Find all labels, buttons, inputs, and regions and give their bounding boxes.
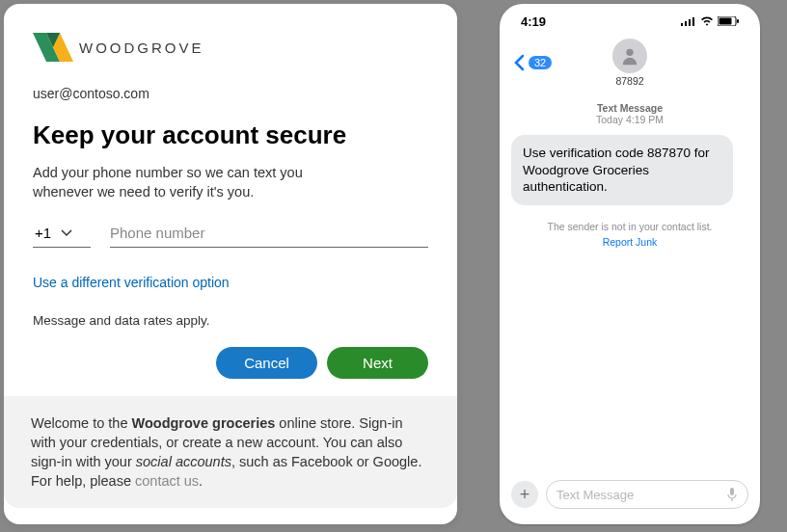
contact-us-link[interactable]: contact us xyxy=(135,473,199,489)
mic-icon xyxy=(726,487,738,502)
compose-input[interactable]: Text Message xyxy=(546,480,748,509)
phone-row: +1 xyxy=(33,223,428,248)
brand-name: Woodgrove groceries xyxy=(132,415,276,431)
page-title: Keep your account secure xyxy=(33,120,428,150)
svg-rect-3 xyxy=(681,23,683,26)
report-junk-link[interactable]: Report Junk xyxy=(511,236,748,248)
next-button[interactable]: Next xyxy=(327,347,428,379)
svg-rect-8 xyxy=(719,18,732,25)
signal-icon xyxy=(681,16,696,26)
chevron-left-icon xyxy=(513,54,527,71)
add-attachment-button[interactable]: + xyxy=(511,481,538,508)
chevron-down-icon xyxy=(61,227,72,239)
timestamp: Text Message Today 4:19 PM xyxy=(511,102,748,125)
sms-bubble: Use verification code 887870 for Woodgro… xyxy=(511,135,733,205)
logo: WOODGROVE xyxy=(33,33,428,62)
country-code-value: +1 xyxy=(35,225,51,241)
compose-placeholder: Text Message xyxy=(556,488,634,502)
messages-nav: 32 87892 xyxy=(500,39,760,87)
wifi-icon xyxy=(700,16,714,26)
rates-notice: Message and data rates apply. xyxy=(33,313,428,328)
social-accounts-text: social accounts xyxy=(136,454,231,469)
svg-rect-6 xyxy=(692,17,694,26)
svg-rect-4 xyxy=(685,21,687,26)
avatar xyxy=(612,39,647,73)
status-time: 4:19 xyxy=(521,14,546,29)
svg-rect-5 xyxy=(689,19,691,26)
svg-point-10 xyxy=(626,49,633,56)
sender-name: 87892 xyxy=(615,75,643,87)
description: Add your phone number so we can text you… xyxy=(33,164,341,201)
logo-text: WOODGROVE xyxy=(79,40,204,56)
cancel-button[interactable]: Cancel xyxy=(216,347,317,379)
phone-input[interactable] xyxy=(110,223,428,248)
status-bar: 4:19 xyxy=(500,4,760,39)
unread-badge: 32 xyxy=(529,56,552,69)
button-row: Cancel Next xyxy=(33,347,428,379)
svg-rect-11 xyxy=(730,488,734,495)
phone-mock: 4:19 32 87892 Text Message Today xyxy=(500,4,760,524)
battery-icon xyxy=(718,16,739,26)
svg-rect-9 xyxy=(737,19,739,23)
person-icon xyxy=(619,45,640,66)
woodgrove-logo-icon xyxy=(33,33,73,62)
contact-notice: The sender is not in your contact list. xyxy=(511,221,748,232)
back-button[interactable]: 32 xyxy=(513,54,552,71)
alt-verification-link[interactable]: Use a different verification option xyxy=(33,275,428,290)
signup-card: WOODGROVE user@contoso.com Keep your acc… xyxy=(4,4,457,524)
country-code-select[interactable]: +1 xyxy=(33,223,91,248)
contact-header[interactable]: 87892 xyxy=(612,39,647,87)
status-icons xyxy=(681,16,739,26)
compose-bar: + Text Message xyxy=(500,470,760,524)
message-area: Text Message Today 4:19 PM Use verificat… xyxy=(500,87,760,470)
welcome-footer: Welcome to the Woodgrove groceries onlin… xyxy=(4,396,457,508)
user-email: user@contoso.com xyxy=(33,86,428,101)
